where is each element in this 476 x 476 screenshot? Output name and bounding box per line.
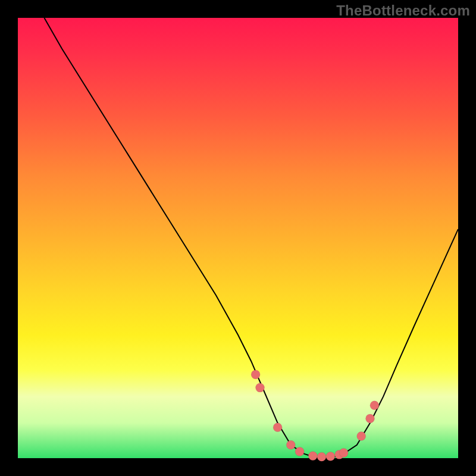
highlight-dot: [370, 401, 379, 410]
highlight-dot: [273, 423, 282, 432]
highlight-dot: [339, 449, 348, 458]
curve-svg: [18, 18, 458, 458]
chart-frame: TheBottleneck.com: [0, 0, 476, 476]
highlight-dot: [317, 452, 326, 461]
highlight-dot: [366, 414, 375, 423]
bottleneck-curve: [44, 18, 458, 458]
highlight-dot: [326, 452, 335, 461]
highlight-dot: [357, 432, 366, 441]
highlight-dot: [308, 452, 317, 461]
highlight-dot: [251, 370, 260, 379]
highlight-dot: [256, 383, 265, 392]
plot-area: [18, 18, 458, 458]
highlight-dots-group: [251, 370, 379, 461]
watermark-text: TheBottleneck.com: [336, 2, 470, 19]
highlight-dot: [295, 447, 304, 456]
highlight-dot: [286, 440, 295, 449]
